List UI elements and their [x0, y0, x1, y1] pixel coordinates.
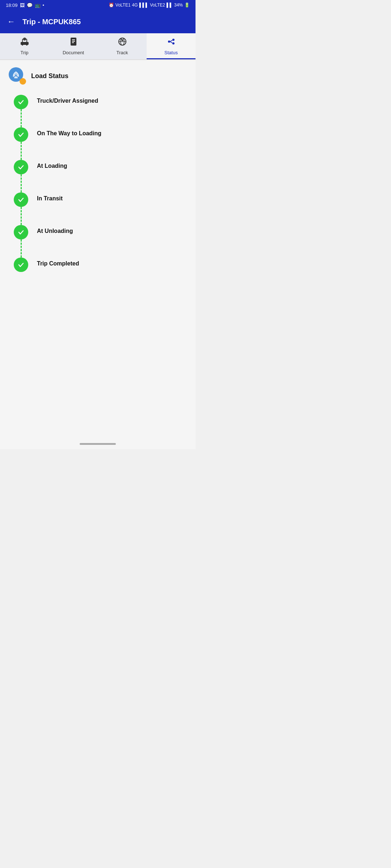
status-bar-right: ⏰ VoLTE1 4G ▌▌▌ VoLTE2 ▌▌ 34% 🔋 [109, 3, 190, 8]
timeline-content-trip-completed: Trip Completed [30, 258, 187, 267]
back-button[interactable]: ← [7, 17, 15, 26]
timeline-content-at-unloading: At Unloading [30, 225, 187, 234]
tab-document[interactable]: Document [49, 33, 98, 59]
timeline-content-at-loading: At Loading [30, 160, 187, 169]
timeline-circle-in-transit [14, 192, 28, 207]
timeline-line-in-transit [21, 207, 22, 225]
timeline-line-on-way-loading [21, 142, 22, 160]
svg-point-1 [22, 44, 23, 46]
timeline-circle-on-way-loading [14, 127, 28, 142]
tab-track[interactable]: Track [98, 33, 147, 59]
svg-line-17 [170, 42, 172, 43]
timeline: Truck/Driver Assigned On The Way to Load… [9, 95, 187, 272]
timeline-circle-at-loading [14, 160, 28, 174]
timeline-left-in-transit [12, 192, 30, 225]
timeline-content-on-way-loading: On The Way to Loading [30, 127, 187, 137]
status-lte2: VoLTE2 [150, 3, 165, 8]
svg-point-2 [26, 44, 28, 46]
svg-rect-0 [21, 42, 29, 45]
timeline-item-in-transit: In Transit [12, 192, 187, 225]
status-battery-icon: 🔋 [184, 3, 190, 8]
load-status-dot-icon [20, 78, 26, 85]
tab-track-label: Track [116, 50, 128, 55]
timeline-left-trip-completed [12, 258, 30, 272]
status-battery: 34% [174, 3, 183, 8]
timeline-circle-trip-completed [14, 258, 28, 272]
status-photo-icon: 🖼 [20, 3, 25, 8]
timeline-left-truck-driver [12, 95, 30, 127]
timeline-label-at-unloading: At Unloading [37, 228, 73, 234]
status-time: 18:09 [6, 3, 18, 8]
content-area: Load Status Truck/Driver Assigned On [0, 60, 196, 438]
timeline-label-at-loading: At Loading [37, 163, 67, 169]
status-lte1: VoLTE1 [115, 3, 131, 8]
status-tab-icon [167, 37, 176, 48]
trip-icon [20, 37, 29, 48]
home-indicator [80, 443, 116, 445]
load-status-title: Load Status [31, 72, 68, 80]
timeline-label-on-way-loading: On The Way to Loading [37, 130, 101, 136]
tab-trip[interactable]: Trip [0, 33, 49, 59]
tab-status-label: Status [164, 50, 178, 55]
timeline-item-trip-completed: Trip Completed [12, 258, 187, 272]
timeline-content-in-transit: In Transit [30, 192, 187, 202]
svg-point-13 [168, 41, 170, 43]
track-icon [118, 37, 127, 48]
timeline-content-truck-driver: Truck/Driver Assigned [30, 95, 187, 104]
load-status-icon-wrap [9, 67, 26, 85]
timeline-line-at-loading [21, 174, 22, 192]
timeline-item-truck-driver: Truck/Driver Assigned [12, 95, 187, 127]
document-icon [69, 37, 78, 48]
header: ← Trip - MCPUK865 [0, 10, 196, 33]
header-title: Trip - MCPUK865 [22, 18, 81, 26]
timeline-label-truck-driver: Truck/Driver Assigned [37, 98, 98, 104]
timeline-line-truck-driver [21, 109, 22, 127]
timeline-item-at-unloading: At Unloading [12, 225, 187, 258]
timeline-item-on-way-loading: On The Way to Loading [12, 127, 187, 160]
timeline-item-at-loading: At Loading [12, 160, 187, 192]
timeline-label-in-transit: In Transit [37, 195, 63, 201]
status-msg-icon: 💬 [27, 3, 33, 8]
timeline-circle-at-unloading [14, 225, 28, 239]
svg-point-15 [172, 42, 175, 44]
tab-status[interactable]: Status [147, 33, 196, 59]
tab-trip-label: Trip [21, 50, 29, 55]
status-bar-left: 18:09 🖼 💬 📺 • [6, 3, 44, 8]
bottom-bar [0, 438, 196, 449]
status-signal2: ▌▌ [167, 3, 173, 8]
timeline-circle-truck-driver [14, 95, 28, 109]
status-alarm-icon: ⏰ [109, 3, 114, 8]
timeline-left-on-way-loading [12, 127, 30, 160]
tab-bar: Trip Document Track [0, 33, 196, 60]
tab-document-label: Document [63, 50, 84, 55]
timeline-label-trip-completed: Trip Completed [37, 260, 79, 267]
status-4g: 4G [132, 3, 138, 8]
timeline-left-at-unloading [12, 225, 30, 258]
timeline-left-at-loading [12, 160, 30, 192]
load-status-header: Load Status [9, 67, 187, 85]
status-extra-icon: 📺 [35, 3, 41, 8]
status-dot: • [43, 3, 45, 8]
status-bar: 18:09 🖼 💬 📺 • ⏰ VoLTE1 4G ▌▌▌ VoLTE2 ▌▌ … [0, 0, 196, 10]
timeline-line-at-unloading [21, 239, 22, 258]
status-signal1: ▌▌▌ [139, 3, 149, 8]
svg-point-14 [172, 39, 175, 41]
